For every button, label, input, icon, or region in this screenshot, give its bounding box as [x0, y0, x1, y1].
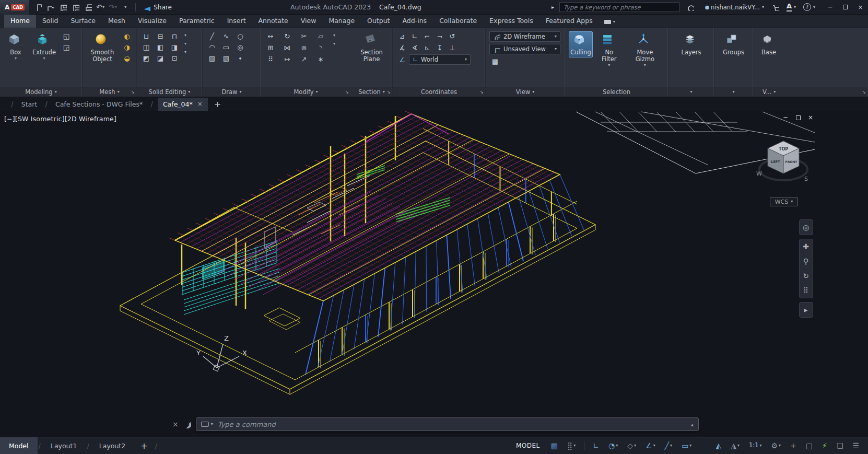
save-as-button[interactable]	[69, 1, 81, 14]
polyline-icon[interactable]: ∿	[220, 31, 232, 41]
annotation-scale-button[interactable]: 1:1	[745, 441, 766, 450]
wireframe-drawing[interactable]: Z Y X TOP LEFT FRONT W S	[0, 111, 868, 437]
panel-label-solid-editing[interactable]: Solid Editing	[137, 87, 202, 97]
dropdown-arrow-icon[interactable]	[333, 42, 335, 46]
gizmo-button[interactable]: Move Gizmo	[626, 31, 664, 69]
graphics-performance-toggle[interactable]: ⚡	[818, 440, 831, 451]
dropdown-arrow-icon[interactable]	[184, 50, 186, 54]
ribbon-tab-output[interactable]: Output	[361, 14, 396, 28]
panel-launcher-icon[interactable]	[386, 88, 391, 95]
pan-icon[interactable]: ✚	[800, 241, 812, 252]
panel-launcher-icon[interactable]	[862, 88, 866, 95]
ribbon-tab-manage[interactable]: Manage	[322, 14, 361, 28]
layout-tab-layout2[interactable]: Layout2	[90, 437, 134, 454]
ucs-view-icon[interactable]: ∢	[409, 43, 420, 53]
array-icon[interactable]: ⠿	[265, 54, 276, 64]
application-menu-button[interactable]: A CAD	[0, 0, 29, 15]
visual-style-dropdown[interactable]: 2D Wireframe	[489, 31, 560, 42]
model-space-indicator[interactable]: MODEL	[516, 442, 540, 449]
slice-icon[interactable]: ◫	[140, 42, 152, 52]
undo-button[interactable]: ↶	[94, 1, 107, 14]
stretch-icon[interactable]: ↦	[281, 54, 293, 64]
file-tab-start[interactable]: Start	[18, 98, 41, 110]
panel-launcher-icon[interactable]	[131, 88, 135, 95]
new-layout-button[interactable]: +	[134, 441, 154, 451]
ribbon-collapse-button[interactable]	[599, 17, 620, 28]
new-drawing-button[interactable]	[31, 1, 44, 14]
wcs-dropdown[interactable]: WCS	[770, 197, 798, 206]
window-close-button[interactable]: ×	[853, 0, 868, 15]
command-line-close-button[interactable]: ×	[172, 420, 179, 428]
panel-label-view[interactable]: View	[486, 87, 565, 97]
ucs-world-icon[interactable]: ∟	[409, 31, 420, 41]
orbit-icon[interactable]: ↻	[800, 270, 812, 282]
ucs-icon[interactable]: Z Y X	[196, 334, 247, 371]
ucs-previous-icon[interactable]: ⌐	[421, 31, 433, 41]
viewport-restore-button[interactable]	[795, 114, 801, 121]
erase-icon[interactable]: ▱	[315, 31, 326, 41]
open-button[interactable]	[44, 1, 56, 14]
ribbon-tab-annotate[interactable]: Annotate	[252, 14, 295, 28]
window-restore-button[interactable]	[838, 0, 853, 15]
panel-launcher-icon[interactable]	[479, 88, 484, 95]
isometric-drafting-toggle[interactable]: ◇	[624, 440, 640, 451]
copy-icon[interactable]: ⊞	[265, 43, 276, 53]
check-icon[interactable]: ⊡	[169, 53, 180, 63]
ucs-object-icon[interactable]: ⊾	[421, 43, 433, 53]
hatch-icon[interactable]: ▨	[206, 53, 218, 63]
point-icon[interactable]: ∙	[234, 53, 246, 63]
ucs-icon[interactable]: ⊿	[396, 31, 408, 41]
ucs-z-vector-icon[interactable]: ∡	[396, 43, 408, 53]
dropdown-arrow-icon[interactable]	[333, 33, 335, 38]
mirror-icon[interactable]: ⋈	[281, 43, 293, 53]
ribbon-tab-insert[interactable]: Insert	[221, 14, 252, 28]
base-button[interactable]: Base	[757, 31, 781, 57]
object-snap-tracking-toggle[interactable]: ∠	[642, 440, 659, 451]
ucs-origin-icon[interactable]: ↺	[447, 31, 458, 41]
recent-commands-button[interactable]	[201, 422, 213, 427]
mesh-refine-icon[interactable]: ◐	[121, 31, 133, 41]
imprint-icon[interactable]: ◩	[140, 53, 152, 63]
panel-label-modeling[interactable]: Modeling	[0, 87, 82, 97]
zoom-icon[interactable]: ⚲	[800, 255, 812, 267]
annotation-autoscale-toggle[interactable]: ◮	[727, 440, 743, 451]
viewport-configuration-icon[interactable]: ▦	[489, 56, 501, 66]
ribbon-tab-mesh[interactable]: Mesh	[102, 14, 132, 28]
panel-label-coordinates[interactable]: Coordinates	[393, 87, 485, 97]
steering-wheel-menu-icon[interactable]: ⠿	[800, 285, 812, 296]
polysolid-icon[interactable]: ◱	[61, 31, 72, 41]
ucs-rotate-icon[interactable]: ↧	[434, 43, 445, 53]
customization-menu-button[interactable]: ☰	[849, 440, 863, 451]
layout-tab-model[interactable]: Model	[0, 437, 38, 454]
ucs-world-glyph-icon[interactable]: ∠	[396, 55, 408, 65]
ribbon-tab-parametric[interactable]: Parametric	[173, 14, 221, 28]
box-tool-button[interactable]: Box	[4, 31, 28, 62]
isolate-objects-toggle[interactable]: ▢	[802, 440, 816, 451]
autodesk-access-button[interactable]: A	[785, 0, 797, 15]
object-snap-toggle[interactable]: ╱	[661, 440, 676, 451]
ellipse-icon[interactable]: ◎	[234, 42, 246, 52]
customization-add-button[interactable]: +	[787, 440, 800, 451]
layers-button[interactable]: Layers	[679, 31, 703, 57]
panel-label-selection[interactable]: Selection	[565, 87, 668, 97]
fillet-icon[interactable]: ◝	[315, 43, 326, 53]
separate-icon[interactable]: ◨	[169, 42, 180, 52]
dropdown-arrow-icon[interactable]	[184, 42, 186, 46]
account-menu-button[interactable]: nishant.naikVY...	[700, 0, 765, 15]
presspull-icon[interactable]: ◲	[61, 42, 72, 52]
command-line-customize-icon[interactable]	[183, 421, 191, 428]
search-input[interactable]: Type a keyword or phrase	[559, 2, 679, 12]
navigation-wheel-icon[interactable]: ◎	[800, 222, 812, 233]
ribbon-tab-featured-apps[interactable]: Featured Apps	[539, 14, 599, 28]
mesh-add-crease-icon[interactable]: ◑	[121, 42, 133, 52]
section-plane-button[interactable]: Section Plane	[355, 31, 389, 64]
grid-display-toggle[interactable]: ▦	[547, 440, 561, 451]
app-store-button[interactable]	[770, 0, 780, 15]
intersect-icon[interactable]: ⊓	[169, 31, 180, 41]
file-tab-cafe-04[interactable]: Cafe_04* ×	[158, 98, 208, 111]
extrude-tool-button[interactable]: Extrude	[30, 31, 58, 62]
polar-tracking-toggle[interactable]: ◔	[605, 440, 621, 451]
dropdown-arrow-icon[interactable]	[184, 33, 186, 38]
ribbon-tab-visualize[interactable]: Visualize	[132, 14, 173, 28]
search-history-arrow-icon[interactable]: ▸	[552, 4, 554, 10]
